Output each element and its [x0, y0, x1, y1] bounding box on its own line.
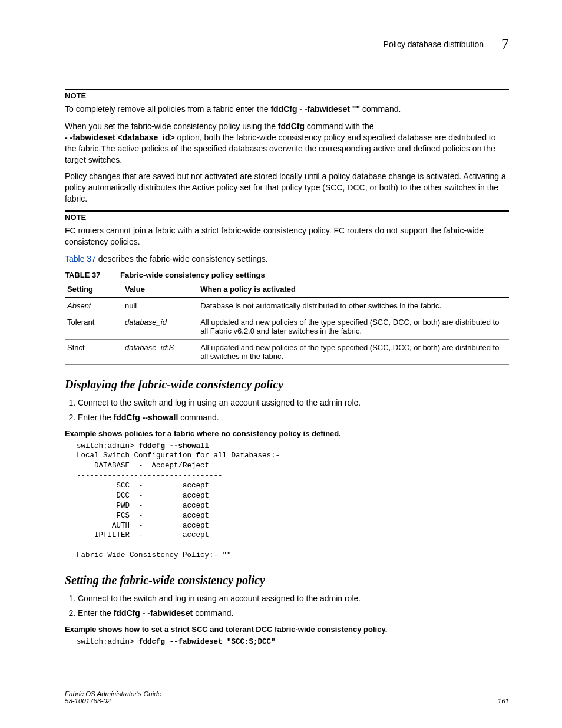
code-line: AUTH - accept — [77, 522, 209, 530]
cell: database_id — [123, 314, 198, 339]
command: fddCfg — [278, 121, 305, 131]
table-row: Strict database_id:S All updated and new… — [65, 339, 509, 364]
code-line: FCS - accept — [77, 512, 209, 520]
col-header: When a policy is activated — [198, 281, 509, 297]
option: - -fabwideset — [143, 608, 193, 618]
example-label: Example shows how to set a strict SCC an… — [65, 625, 509, 634]
cell: All updated and new policies of the type… — [198, 339, 509, 364]
table-row: Tolerant database_id All updated and new… — [65, 314, 509, 339]
code-line: IPFILTER - accept — [77, 531, 209, 539]
footer-docnum: 53-1001763-02 — [65, 697, 161, 704]
command: fddcfg --showall — [138, 442, 209, 450]
text: describes the fabric-wide consistency se… — [96, 254, 268, 263]
example-label: Example shows policies for a fabric wher… — [65, 429, 509, 438]
command: fddcfg --fabwideset "SCC:S;DCC" — [138, 638, 276, 646]
note-label: NOTE — [65, 213, 509, 222]
cell: Database is not automatically distribute… — [198, 297, 509, 314]
footer-title: Fabric OS Administrator's Guide — [65, 690, 161, 697]
option: - -fabwideset "" — [299, 104, 360, 114]
cell: All updated and new policies of the type… — [198, 314, 509, 339]
text: Enter the — [78, 608, 114, 618]
table-link[interactable]: Table 37 — [65, 254, 96, 263]
prompt: switch:admin> — [77, 638, 138, 646]
code-line: Local Switch Configuration for all Datab… — [77, 452, 280, 460]
code-line: SCC - accept — [77, 482, 209, 490]
cell: null — [123, 297, 198, 314]
option: - -fabwideset <database_id> — [65, 133, 175, 142]
command: fddCfg --showall — [114, 413, 178, 422]
text: command. — [360, 104, 401, 114]
section-heading: Setting the fabric-wide consistency poli… — [65, 574, 509, 587]
note-text: FC routers cannot join a fabric with a s… — [65, 225, 509, 248]
text: command. — [178, 413, 219, 422]
list-item: Connect to the switch and log in using a… — [78, 397, 509, 409]
list-item: Enter the fddCfg - -fabwideset command. — [78, 608, 509, 619]
cell: Tolerant — [65, 314, 123, 339]
ordered-list: Connect to the switch and log in using a… — [65, 593, 509, 619]
cell: Strict — [65, 339, 123, 364]
table-number: TABLE 37 — [65, 271, 100, 279]
col-header: Value — [123, 281, 198, 297]
cell: database_id:S — [123, 339, 198, 364]
page-number: 161 — [498, 697, 509, 704]
list-item: Enter the fddCfg --showall command. — [78, 412, 509, 423]
command: fddCfg — [114, 608, 140, 618]
header-section-title: Policy database distribution — [384, 39, 484, 49]
code-block: switch:admin> fddcfg --showall Local Swi… — [77, 442, 509, 561]
text: command. — [193, 608, 233, 618]
body-paragraph: Table 37 describes the fabric-wide consi… — [65, 253, 509, 265]
prompt: switch:admin> — [77, 442, 138, 450]
code-block: switch:admin> fddcfg --fabwideset "SCC:S… — [77, 637, 509, 647]
code-line: DCC - accept — [77, 492, 209, 500]
note-label: NOTE — [65, 91, 509, 100]
page-footer: Fabric OS Administrator's Guide 53-10017… — [65, 690, 509, 704]
note-text: To completely remove all policies from a… — [65, 104, 509, 115]
body-paragraph: Policy changes that are saved but not ac… — [65, 171, 509, 205]
ordered-list: Connect to the switch and log in using a… — [65, 397, 509, 423]
cell: Absent — [65, 297, 123, 314]
chapter-number: 7 — [501, 35, 509, 53]
body-paragraph: When you set the fabric-wide consistency… — [65, 121, 509, 166]
command: fddCfg — [270, 104, 297, 114]
text: When you set the fabric-wide consistency… — [65, 121, 278, 131]
list-item: Connect to the switch and log in using a… — [78, 593, 509, 604]
code-line: PWD - accept — [77, 502, 209, 510]
section-heading: Displaying the fabric-wide consistency p… — [65, 378, 509, 391]
code-line: Fabric Wide Consistency Policy:- "" — [77, 551, 232, 559]
text: command with the — [305, 121, 374, 131]
rule — [65, 210, 509, 212]
table-header-row: Setting Value When a policy is activated — [65, 281, 509, 297]
code-line: DATABASE - Accept/Reject — [77, 462, 209, 470]
text: Enter the — [78, 413, 114, 422]
table-row: Absent null Database is not automaticall… — [65, 297, 509, 314]
rule — [65, 89, 509, 90]
col-header: Setting — [65, 281, 123, 297]
text: To completely remove all policies from a… — [65, 104, 270, 114]
page-header: Policy database distribution 7 — [65, 35, 509, 53]
code-line: --------------------------------- — [77, 472, 223, 480]
table-title: Fabric-wide consistency policy settings — [120, 271, 265, 279]
table-caption: TABLE 37 Fabric-wide consistency policy … — [65, 271, 509, 279]
policy-table: Setting Value When a policy is activated… — [65, 281, 509, 365]
